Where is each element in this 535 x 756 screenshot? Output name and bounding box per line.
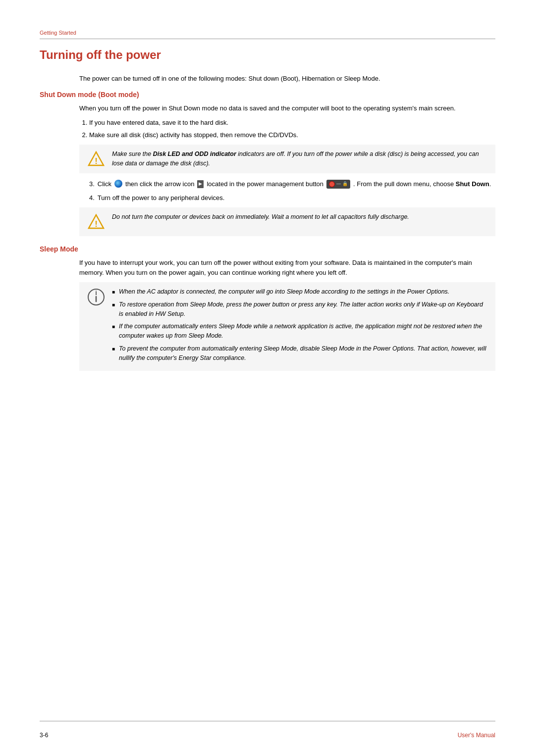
svg-text:!: ! bbox=[95, 219, 98, 229]
step-2: Make sure all disk (disc) activity has s… bbox=[89, 130, 495, 140]
info-circle-icon: i bbox=[87, 288, 105, 306]
shutdown-title: Shut Down mode (Boot mode) bbox=[40, 91, 495, 99]
page-title: Turning off the power bbox=[40, 48, 495, 62]
warning-box-1: ! Make sure the Disk LED and ODD indicat… bbox=[79, 145, 495, 173]
sleep-title: Sleep Mode bbox=[40, 245, 495, 253]
step-3-line: 3. Click then click the arrow icon ▶ loc… bbox=[89, 179, 495, 189]
step-3-end: located in the power management button bbox=[207, 179, 323, 189]
sleep-bullets: When the AC adaptor is connected, the co… bbox=[112, 287, 487, 366]
arrow-icon: ▶ bbox=[197, 180, 204, 188]
content-area: The power can be turned off in one of th… bbox=[0, 74, 535, 371]
footer-manual-title: User's Manual bbox=[458, 732, 495, 739]
sleep-bullet-2: To restore operation from Sleep Mode, pr… bbox=[112, 300, 487, 319]
step-3-final: . From the pull down menu, choose Shut D… bbox=[353, 179, 491, 189]
step-3-number: 3. bbox=[89, 179, 95, 189]
warning-1-pre: Make sure the bbox=[112, 151, 153, 157]
shutdown-steps: If you have entered data, save it to the… bbox=[89, 118, 495, 140]
windows-orb-icon bbox=[114, 180, 122, 188]
footer: 3-6 User's Manual bbox=[40, 732, 495, 739]
svg-text:i: i bbox=[95, 289, 97, 297]
warning-triangle-icon-2: ! bbox=[87, 213, 105, 231]
shutdown-intro: When you turn off the power in Shut Down… bbox=[79, 103, 495, 113]
header-rule bbox=[40, 39, 495, 39]
shutdown-steps-cont: 4.Turn off the power to any peripheral d… bbox=[89, 193, 495, 203]
intro-text: The power can be turned off in one of th… bbox=[79, 74, 495, 84]
page: Getting Started Turning off the power Th… bbox=[0, 0, 535, 756]
power-button-mockup: — 🔒 bbox=[326, 180, 350, 189]
step-3-click-text: Click bbox=[98, 179, 111, 189]
shut-down-bold: Shut Down bbox=[456, 180, 489, 188]
warning-triangle-icon: ! bbox=[87, 151, 105, 168]
warning-1-text: Make sure the Disk LED and ODD indicator… bbox=[112, 150, 487, 168]
footer-page-number: 3-6 bbox=[40, 732, 48, 739]
breadcrumb: Getting Started bbox=[40, 30, 495, 36]
step-4: 4.Turn off the power to any peripheral d… bbox=[89, 193, 495, 203]
power-circle-icon bbox=[329, 181, 335, 187]
power-label: — bbox=[336, 181, 341, 188]
warning-box-2: ! Do not turn the computer or devices ba… bbox=[79, 207, 495, 236]
footer-rule bbox=[40, 721, 495, 721]
sleep-bullet-3: If the computer automatically enters Sle… bbox=[112, 322, 487, 341]
step-3-mid: then click the arrow icon bbox=[125, 179, 194, 189]
shutdown-section: Shut Down mode (Boot mode) When you turn… bbox=[40, 91, 495, 237]
step-1: If you have entered data, save it to the… bbox=[89, 118, 495, 128]
sleep-bullet-4: To prevent the computer from automatical… bbox=[112, 344, 487, 363]
info-box: i When the AC adaptor is connected, the … bbox=[79, 282, 495, 371]
warning-2-text: Do not turn the computer or devices back… bbox=[112, 212, 409, 222]
power-lock: 🔒 bbox=[342, 181, 348, 188]
sleep-bullet-1: When the AC adaptor is connected, the co… bbox=[112, 287, 487, 297]
warning-1-bold: Disk LED and ODD indicator bbox=[153, 151, 236, 157]
header-area: Getting Started Turning off the power bbox=[0, 0, 535, 74]
sleep-section: Sleep Mode If you have to interrupt your… bbox=[40, 245, 495, 371]
svg-text:!: ! bbox=[95, 156, 98, 166]
sleep-intro: If you have to interrupt your work, you … bbox=[79, 258, 495, 277]
